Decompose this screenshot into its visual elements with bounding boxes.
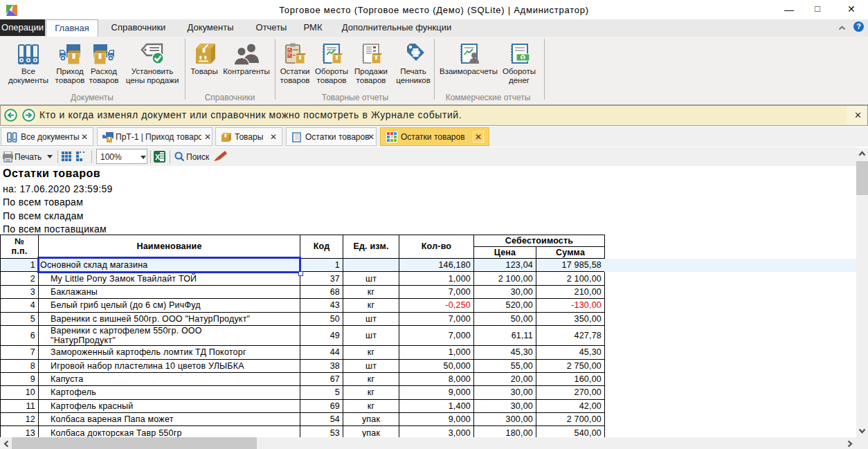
svg-text:X: X — [155, 153, 161, 161]
svg-text:$: $ — [522, 55, 525, 60]
